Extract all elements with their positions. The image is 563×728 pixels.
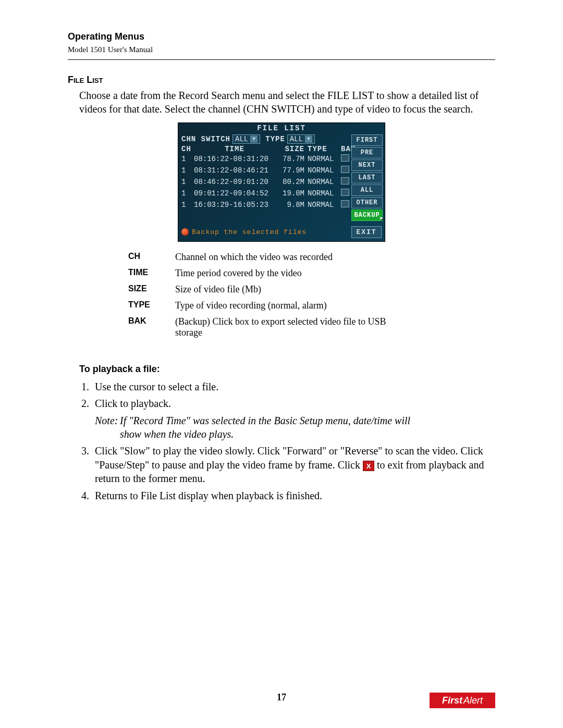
def-row: BAK (Backup) Click box to export selecte… <box>128 314 394 341</box>
note: Note:If "Record Time" was selected in th… <box>95 414 495 441</box>
def-row: SIZE Size of video file (Mb) <box>128 281 394 298</box>
cell-type: NORMAL <box>308 201 341 209</box>
manual-subtitle: Model 1501 User's Manual <box>68 45 495 54</box>
def-term: BAK <box>128 314 175 341</box>
cell-ch: 1 <box>181 189 194 198</box>
bak-checkbox[interactable] <box>341 166 349 173</box>
all-button[interactable]: ALL <box>351 184 383 196</box>
cell-time: 09:01:22-09:04:52 <box>194 189 275 198</box>
chn-switch-value: ALL <box>235 135 248 143</box>
col-type: TYPE <box>308 145 341 153</box>
def-desc: Time period covered by the video <box>175 265 394 281</box>
logo-first: First <box>442 695 462 706</box>
playback-heading: To playback a file: <box>79 364 495 375</box>
cell-time: 08:16:22-08:31:20 <box>194 155 275 163</box>
screenshot-wrap: FILE LIST CHN SWITCH ALL ▼ TYPE ALL ▼ CH… <box>68 122 495 242</box>
col-size: SIZE <box>275 145 308 153</box>
def-row: TYPE Type of video recording (normal, al… <box>128 298 394 314</box>
cell-ch: 1 <box>181 166 194 175</box>
step-1: Use the cursor to select a file. <box>92 380 495 393</box>
note-line2: show when the video plays. <box>120 427 495 441</box>
playback-steps: Use the cursor to select a file. Click t… <box>92 380 495 502</box>
record-dot-icon <box>181 228 189 236</box>
pre-button[interactable]: PRE <box>351 147 383 158</box>
cell-size: 9.8M <box>275 201 308 209</box>
step-2-text: Click to playback. <box>95 398 171 409</box>
cell-time: 08:31:22-08:46:21 <box>194 166 275 175</box>
next-button[interactable]: NEXT <box>351 159 383 171</box>
definitions-table: CH Channel on which the video was record… <box>128 249 394 341</box>
def-desc: Type of video recording (normal, alarm) <box>175 298 394 314</box>
chn-switch-label: CHN SWITCH <box>181 135 230 143</box>
col-ch: CH <box>181 145 194 153</box>
def-term: CH <box>128 249 175 265</box>
type-dropdown[interactable]: ALL ▼ <box>287 134 315 144</box>
cell-size: 78.7M <box>275 155 308 163</box>
cell-ch: 1 <box>181 155 194 163</box>
side-button-column: FIRST PRE NEXT LAST ALL OTHER BACKUP ➤ <box>351 134 383 222</box>
first-alert-logo: FirstAlert <box>430 693 495 708</box>
cell-size: 80.2M <box>275 178 308 186</box>
note-line1: If "Record Time" was selected in the Bas… <box>120 415 410 426</box>
header-rule <box>68 59 495 60</box>
type-value: ALL <box>290 135 303 143</box>
def-row: TIME Time period covered by the video <box>128 265 394 281</box>
cell-time: 16:03:29-16:05:23 <box>194 201 275 209</box>
cell-type: NORMAL <box>308 166 341 175</box>
cell-size: 77.9M <box>275 166 308 175</box>
note-label: Note: <box>95 414 120 427</box>
def-desc: Size of video file (Mb) <box>175 281 394 298</box>
footer-message: Backup the selected files <box>181 228 307 236</box>
step-4: Returns to File List display when playba… <box>92 489 495 502</box>
def-desc: (Backup) Click box to export selected vi… <box>175 314 394 341</box>
def-term: TYPE <box>128 298 175 314</box>
cell-type: NORMAL <box>308 189 341 198</box>
bak-checkbox[interactable] <box>341 154 349 162</box>
first-button[interactable]: FIRST <box>351 134 383 146</box>
step-2: Click to playback. Note:If "Record Time"… <box>92 397 495 441</box>
bak-checkbox[interactable] <box>341 189 349 196</box>
chevron-down-icon: ▼ <box>305 135 312 143</box>
section-title: File List <box>68 75 495 85</box>
close-icon: X <box>363 461 374 471</box>
def-term: TIME <box>128 265 175 281</box>
file-list-screenshot: FILE LIST CHN SWITCH ALL ▼ TYPE ALL ▼ CH… <box>178 122 385 242</box>
cell-ch: 1 <box>181 178 194 186</box>
bak-checkbox[interactable] <box>341 200 349 207</box>
other-button[interactable]: OTHER <box>351 197 383 208</box>
footer-text: Backup the selected files <box>192 228 307 236</box>
shot-title: FILE LIST <box>178 123 385 133</box>
last-button[interactable]: LAST <box>351 172 383 183</box>
chevron-down-icon: ▼ <box>250 135 258 143</box>
cell-type: NORMAL <box>308 155 341 163</box>
type-label: TYPE <box>265 135 285 143</box>
col-time: TIME <box>194 145 275 153</box>
logo-alert: Alert <box>463 695 483 706</box>
cell-type: NORMAL <box>308 178 341 186</box>
section-intro: Choose a date from the Record Search men… <box>79 89 495 116</box>
def-desc: Channel on which the video was recorded <box>175 249 394 265</box>
def-term: SIZE <box>128 281 175 298</box>
cell-ch: 1 <box>181 201 194 209</box>
chn-switch-dropdown[interactable]: ALL ▼ <box>232 134 260 144</box>
bak-checkbox[interactable] <box>341 177 349 184</box>
def-row: CH Channel on which the video was record… <box>128 249 394 265</box>
chapter-heading: Operating Menus <box>68 31 495 42</box>
backup-button[interactable]: BACKUP <box>351 209 383 221</box>
step-3: Click "Slow" to play the video slowly. C… <box>92 444 495 485</box>
cell-time: 08:46:22-09:01:20 <box>194 178 275 186</box>
cell-size: 19.0M <box>275 189 308 198</box>
exit-button[interactable]: EXIT <box>351 226 382 238</box>
